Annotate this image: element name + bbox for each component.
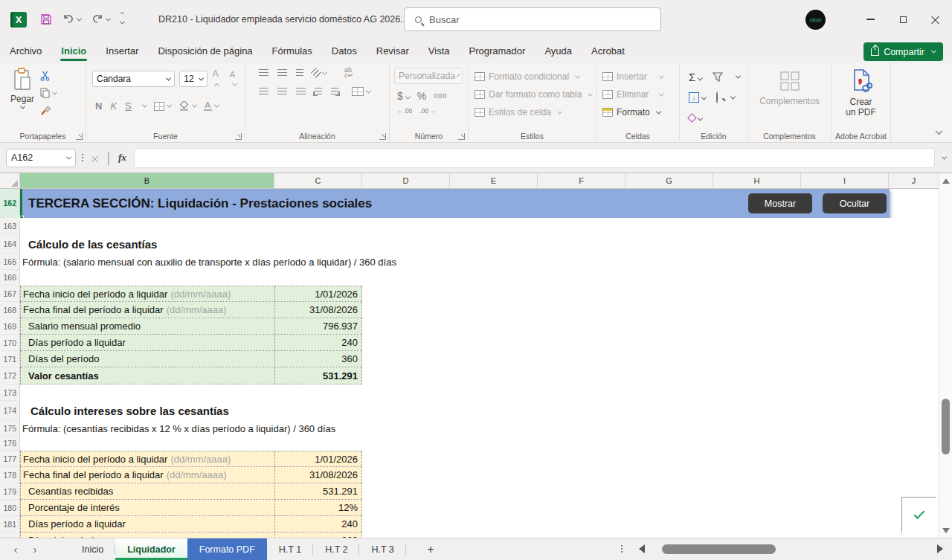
font-size-combo[interactable]: 12 — [179, 71, 208, 87]
row-header[interactable]: 179 — [0, 483, 20, 500]
font-dialog-launcher-icon[interactable] — [235, 133, 242, 140]
scroll-down-icon[interactable] — [942, 528, 950, 533]
increase-indent-icon[interactable] — [331, 88, 338, 95]
wrap-text-button[interactable]: abc↵ — [344, 68, 353, 78]
sheet-tab[interactable]: Inicio — [70, 538, 115, 560]
row-header[interactable]: 169 — [0, 318, 20, 335]
row-value-cell[interactable]: 240 — [274, 335, 362, 350]
tab-vista[interactable]: Vista — [419, 39, 460, 63]
quick-access-toolbar-menu[interactable] — [120, 13, 124, 27]
row-header[interactable]: 168 — [0, 302, 20, 318]
intereses-title[interactable]: Cálculo intereses sobre las cesantías — [20, 401, 939, 420]
row-header[interactable]: 172 — [0, 367, 20, 384]
row-label-cell[interactable]: Días del período — [20, 532, 274, 538]
row-label-cell[interactable]: Porcentaje de interés — [20, 500, 274, 515]
vertical-scrollbar[interactable] — [939, 173, 952, 538]
row-value-cell[interactable]: 1/01/2026 — [274, 286, 362, 301]
select-all-corner[interactable] — [0, 173, 20, 188]
scroll-right-icon[interactable] — [937, 544, 943, 553]
tab-formulas[interactable]: Fórmulas — [263, 39, 322, 63]
tab-acrobat[interactable]: Acrobat — [582, 39, 634, 63]
horizontal-scrollbar[interactable] — [621, 538, 952, 560]
user-avatar[interactable]: CR210 — [805, 10, 826, 30]
sheet-tab[interactable]: H.T 3 — [359, 538, 405, 560]
font-color-button[interactable]: A — [204, 101, 219, 111]
autosum-button[interactable]: Σ — [689, 71, 702, 83]
comma-format-button[interactable]: 000 — [434, 92, 447, 100]
row-header[interactable]: 174 — [0, 401, 20, 420]
paste-button[interactable]: Pegar — [10, 68, 34, 115]
decrease-decimal-button[interactable]: .00→ — [419, 107, 434, 115]
row-value-cell[interactable]: 31/08/2026 — [274, 302, 362, 318]
sheet-tab[interactable]: Formato PDF — [187, 538, 267, 560]
addins-button[interactable]: Complementos — [751, 71, 828, 106]
sheet-nav-prev-icon[interactable]: ‹ — [6, 538, 25, 560]
row-value-cell[interactable]: 360 — [274, 351, 362, 367]
underline-button[interactable]: S — [125, 100, 132, 112]
row-value-cell[interactable]: 360 — [274, 532, 362, 538]
row-label-cell[interactable]: Salario mensual promedio — [20, 318, 274, 334]
sheet-tab-active[interactable]: Liquidador — [115, 538, 187, 560]
fill-color-button[interactable] — [178, 101, 196, 111]
borders-button[interactable] — [154, 102, 171, 111]
tab-insertar[interactable]: Insertar — [96, 39, 148, 63]
tab-ayuda[interactable]: Ayuda — [535, 39, 582, 63]
row-label-cell[interactable]: Valor cesantías — [20, 367, 274, 384]
search-box[interactable]: Buscar — [404, 7, 661, 31]
tab-archivo[interactable]: Archivo — [0, 39, 51, 63]
column-header[interactable]: I — [801, 173, 889, 188]
row-header[interactable]: 162 — [0, 189, 20, 218]
insert-function-icon[interactable]: fx — [118, 152, 126, 164]
horizontal-scrollbar-thumb[interactable] — [662, 544, 776, 554]
row-label-cell[interactable]: Fecha inicio del período a liquidar(dd/m… — [20, 286, 274, 301]
column-header[interactable]: D — [362, 173, 450, 188]
formula-bar-expand-icon[interactable] — [942, 154, 947, 159]
align-middle-icon[interactable] — [277, 69, 287, 77]
scroll-left-icon[interactable] — [639, 544, 645, 553]
ocultar-button[interactable]: Ocultar — [823, 193, 887, 213]
currency-format-button[interactable]: $ — [397, 90, 410, 102]
cancel-entry-icon[interactable] — [91, 154, 99, 162]
alignment-dialog-launcher-icon[interactable] — [379, 133, 386, 140]
row-header[interactable]: 164 — [0, 234, 20, 254]
tab-revisar[interactable]: Revisar — [367, 39, 419, 63]
row-value-cell[interactable]: 531.291 — [274, 483, 362, 499]
collapse-ribbon-icon[interactable] — [936, 127, 943, 135]
row-header[interactable]: 171 — [0, 351, 20, 367]
formula-bar-handle[interactable] — [82, 154, 83, 161]
enter-entry-icon[interactable] — [108, 152, 109, 164]
column-header[interactable]: E — [450, 173, 538, 188]
row-label-cell[interactable]: Días del período — [20, 351, 274, 367]
add-sheet-button[interactable]: + — [419, 538, 442, 560]
row-label-cell[interactable]: Fecha final del período a liquidar(dd/mm… — [20, 302, 274, 318]
increase-decimal-button[interactable]: ←.00 — [397, 107, 412, 115]
row-label-cell[interactable]: Cesantías recibidas — [20, 483, 274, 499]
sort-filter-button[interactable] — [713, 72, 723, 82]
row-header[interactable]: 176 — [0, 437, 20, 451]
number-format-combo[interactable]: Personalizada — [394, 68, 463, 84]
row-header[interactable]: 178 — [0, 467, 20, 483]
sheet-tab[interactable]: H.T 1 — [267, 538, 313, 560]
formula-input[interactable] — [134, 148, 935, 168]
row-value-cell[interactable]: 531.291 — [274, 367, 362, 384]
merge-center-button[interactable] — [352, 87, 370, 96]
percent-format-button[interactable]: % — [417, 90, 426, 102]
share-button[interactable]: Compartir — [863, 42, 943, 61]
minimize-button[interactable] — [854, 4, 887, 34]
shrink-font-button[interactable]: A — [230, 70, 242, 88]
clipboard-dialog-launcher-icon[interactable] — [76, 133, 83, 140]
name-box[interactable]: A162 — [6, 149, 76, 167]
orientation-button[interactable] — [312, 69, 327, 77]
cut-icon[interactable] — [40, 71, 57, 81]
row-label-cell[interactable]: Días período a liquidar — [20, 335, 274, 350]
tab-programador[interactable]: Programador — [460, 39, 536, 63]
redo-button[interactable] — [91, 14, 110, 25]
tab-datos[interactable]: Datos — [322, 39, 367, 63]
row-header[interactable]: 165 — [0, 254, 20, 270]
italic-button[interactable]: K — [110, 100, 117, 112]
vertical-scrollbar-thumb[interactable] — [942, 399, 950, 454]
row-header[interactable]: 170 — [0, 335, 20, 351]
row-header[interactable]: 167 — [0, 286, 20, 302]
row-value-cell[interactable]: 240 — [274, 516, 362, 532]
clear-button[interactable] — [689, 113, 702, 123]
